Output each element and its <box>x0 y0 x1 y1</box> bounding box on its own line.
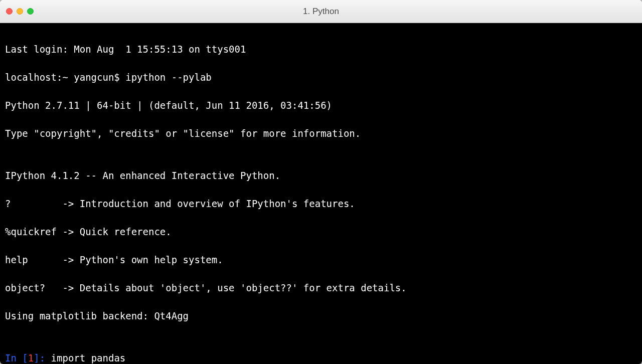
banner-help-object: object? -> Details about 'object', use '… <box>5 281 642 295</box>
close-icon[interactable] <box>6 8 13 15</box>
banner-python-version: Python 2.7.11 | 64-bit | (default, Jun 1… <box>5 98 642 112</box>
terminal-window: 1. Python Last login: Mon Aug 1 15:55:13… <box>0 0 642 364</box>
traffic-lights <box>6 8 34 15</box>
bracket-open: [ <box>22 352 28 363</box>
in-label: In <box>5 352 22 363</box>
banner-help-qmark: ? -> Introduction and overview of IPytho… <box>5 197 642 211</box>
zoom-icon[interactable] <box>27 8 34 15</box>
banner-help-help: help -> Python's own help system. <box>5 253 642 267</box>
minimize-icon[interactable] <box>17 8 23 15</box>
in-code: import pandas <box>51 352 126 363</box>
window-title: 1. Python <box>0 7 642 17</box>
banner-type-hint: Type "copyright", "credits" or "license"… <box>5 126 642 140</box>
bracket-close: ] <box>34 352 39 363</box>
titlebar[interactable]: 1. Python <box>0 0 642 23</box>
banner-shell-prompt: localhost:~ yangcun$ ipython --pylab <box>5 70 642 84</box>
in-number: 1 <box>28 352 34 363</box>
terminal-output[interactable]: Last login: Mon Aug 1 15:55:13 on ttys00… <box>0 23 642 364</box>
banner-help-quickref: %quickref -> Quick reference. <box>5 225 642 239</box>
ipython-in-1: In [1]: import pandas <box>5 351 642 364</box>
banner-backend: Using matplotlib backend: Qt4Agg <box>5 309 642 323</box>
banner-last-login: Last login: Mon Aug 1 15:55:13 on ttys00… <box>5 42 642 56</box>
colon: : <box>40 352 51 363</box>
banner-ipython-version: IPython 4.1.2 -- An enhanced Interactive… <box>5 168 642 183</box>
